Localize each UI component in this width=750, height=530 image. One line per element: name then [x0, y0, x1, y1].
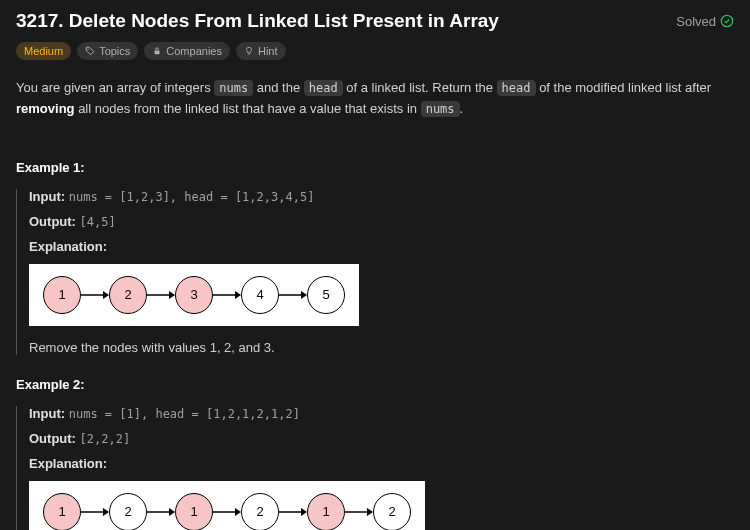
check-circle-icon: [720, 14, 734, 28]
arrow-icon: [213, 290, 241, 300]
example-1-title: Example 1:: [16, 160, 734, 175]
lock-icon: [152, 46, 162, 56]
inline-code: nums: [421, 101, 460, 117]
arrow-icon: [279, 507, 307, 517]
linked-list-node: 2: [241, 493, 279, 530]
inline-code: head: [304, 80, 343, 96]
example-2-title: Example 2:: [16, 377, 734, 392]
linked-list-node: 2: [109, 276, 147, 314]
example-1-input: Input: nums = [1,2,3], head = [1,2,3,4,5…: [29, 189, 734, 204]
example-1-output: Output: [4,5]: [29, 214, 734, 229]
linked-list-node: 1: [175, 493, 213, 530]
status-badge: Solved: [676, 14, 734, 29]
linked-list-node: 3: [175, 276, 213, 314]
companies-pill[interactable]: Companies: [144, 42, 230, 60]
svg-rect-2: [155, 50, 160, 54]
hint-label: Hint: [258, 45, 278, 57]
arrow-icon: [81, 507, 109, 517]
tag-icon: [85, 46, 95, 56]
inline-code: nums: [214, 80, 253, 96]
topics-label: Topics: [99, 45, 130, 57]
linked-list-node: 2: [109, 493, 147, 530]
lightbulb-icon: [244, 46, 254, 56]
difficulty-pill[interactable]: Medium: [16, 42, 71, 60]
companies-label: Companies: [166, 45, 222, 57]
difficulty-label: Medium: [24, 45, 63, 57]
example-1-caption: Remove the nodes with values 1, 2, and 3…: [29, 340, 734, 355]
example-2-output: Output: [2,2,2]: [29, 431, 734, 446]
svg-point-1: [88, 49, 89, 50]
status-text: Solved: [676, 14, 716, 29]
pills-row: Medium Topics Companies Hint: [16, 42, 734, 60]
linked-list-node: 2: [373, 493, 411, 530]
linked-list-node: 1: [43, 493, 81, 530]
example-2-input: Input: nums = [1], head = [1,2,1,2,1,2]: [29, 406, 734, 421]
example-1-block: Input: nums = [1,2,3], head = [1,2,3,4,5…: [16, 189, 734, 355]
header: 3217. Delete Nodes From Linked List Pres…: [16, 10, 734, 32]
arrow-icon: [147, 290, 175, 300]
example-2-diagram: 121212: [29, 481, 425, 530]
example-1-explanation-label: Explanation:: [29, 239, 734, 254]
arrow-icon: [345, 507, 373, 517]
arrow-icon: [213, 507, 241, 517]
linked-list-node: 1: [43, 276, 81, 314]
example-2-block: Input: nums = [1], head = [1,2,1,2,1,2] …: [16, 406, 734, 530]
hint-pill[interactable]: Hint: [236, 42, 286, 60]
page-title: 3217. Delete Nodes From Linked List Pres…: [16, 10, 499, 32]
linked-list-node: 1: [307, 493, 345, 530]
arrow-icon: [81, 290, 109, 300]
topics-pill[interactable]: Topics: [77, 42, 138, 60]
arrow-icon: [147, 507, 175, 517]
example-1-diagram: 12345: [29, 264, 359, 326]
linked-list-node: 4: [241, 276, 279, 314]
inline-code: head: [497, 80, 536, 96]
arrow-icon: [279, 290, 307, 300]
example-2-explanation-label: Explanation:: [29, 456, 734, 471]
problem-description: You are given an array of integers nums …: [16, 78, 734, 120]
linked-list-node: 5: [307, 276, 345, 314]
